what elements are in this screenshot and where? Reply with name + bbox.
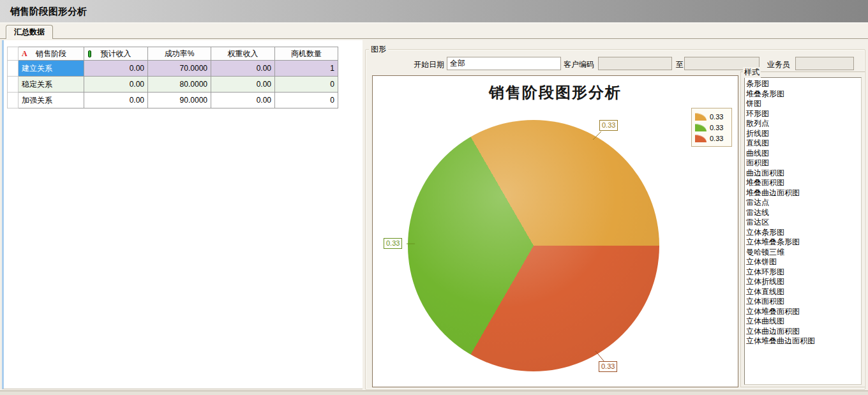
style-list-item[interactable]: 立体直线图 xyxy=(746,287,861,297)
style-list-item[interactable]: 直线图 xyxy=(746,138,861,149)
tab-summary-data[interactable]: 汇总数据 xyxy=(6,25,53,39)
legend-value: 0.33 xyxy=(710,113,723,121)
cell-stage[interactable]: 加强关系 xyxy=(19,93,84,108)
cell-expected-income[interactable]: 0.00 xyxy=(84,77,148,93)
slice-value-label: 0.33 xyxy=(599,361,617,372)
style-list-item[interactable]: 折线图 xyxy=(746,129,861,139)
pie-chart-area: 销售阶段图形分析 0.33 0.33 0.33 xyxy=(372,75,738,387)
row-indicator[interactable] xyxy=(8,93,19,108)
style-list-item[interactable]: 面积图 xyxy=(746,158,861,168)
to-label: 至 xyxy=(676,59,684,70)
sales-stage-table: A 销售阶段 预计收入 成功率% 权重收入 商机数量 xyxy=(7,47,338,108)
style-list-item[interactable]: 立体折线图 xyxy=(746,277,861,287)
style-list-item[interactable]: 散列点 xyxy=(746,119,861,129)
cell-success-rate[interactable]: 80.0000 xyxy=(148,77,211,93)
cell-stage[interactable]: 稳定关系 xyxy=(19,77,84,93)
column-header-success-rate[interactable]: 成功率% xyxy=(148,47,211,61)
window-title-bar: 销售阶段图形分析 xyxy=(0,0,868,24)
cell-expected-income[interactable]: 0.00 xyxy=(84,61,148,77)
table-row[interactable]: 稳定关系 0.00 80.0000 0.00 0 xyxy=(8,77,338,93)
style-list-item[interactable]: 立体堆叠条形图 xyxy=(746,237,861,248)
salesman-input[interactable] xyxy=(795,57,854,70)
page-title: 销售阶段图形分析 xyxy=(10,6,87,18)
legend-value: 0.33 xyxy=(710,135,723,142)
style-list-item[interactable]: 立体条形图 xyxy=(746,228,861,238)
start-date-input[interactable] xyxy=(447,57,561,70)
column-header-label: 销售阶段 xyxy=(36,49,66,58)
cell-stage[interactable]: 建立关系 xyxy=(19,61,84,77)
legend-item: 0.33 xyxy=(695,133,728,144)
start-date-label: 开始日期 xyxy=(414,59,444,70)
status-bar xyxy=(0,391,868,395)
row-indicator-header xyxy=(8,47,19,61)
legend-swatch-icon xyxy=(695,124,707,131)
column-header-weighted-income[interactable]: 权重收入 xyxy=(211,47,275,61)
style-list-item[interactable]: 堆叠曲边面积图 xyxy=(746,188,861,198)
style-list-item[interactable]: 立体环形图 xyxy=(746,267,861,278)
chart-legend: 0.33 0.33 0.33 xyxy=(691,108,732,147)
style-list-item[interactable]: 曲边面积图 xyxy=(746,168,861,179)
cell-weighted-income[interactable]: 0.00 xyxy=(211,77,275,93)
column-header-stage[interactable]: A 销售阶段 xyxy=(19,47,84,61)
row-indicator[interactable] xyxy=(8,77,19,93)
style-list-item[interactable]: 立体曲线图 xyxy=(746,317,861,327)
column-header-opportunity-count[interactable]: 商机数量 xyxy=(275,47,338,61)
salesman-label: 业务员 xyxy=(767,59,790,70)
style-list-item[interactable]: 堆叠面积图 xyxy=(746,178,861,188)
cell-weighted-income[interactable]: 0.00 xyxy=(211,93,275,108)
legend-value: 0.33 xyxy=(710,124,723,131)
column-header-label: 商机数量 xyxy=(291,49,322,58)
cell-success-rate[interactable]: 70.0000 xyxy=(148,61,211,77)
style-list-item[interactable]: 雷达区 xyxy=(746,218,861,228)
customer-code-from-input[interactable] xyxy=(598,57,672,70)
style-list-item[interactable]: 雷达线 xyxy=(746,208,861,218)
cell-opportunity-count[interactable]: 1 xyxy=(275,61,338,77)
cell-expected-income[interactable]: 0.00 xyxy=(84,93,148,108)
table-row[interactable]: 加强关系 0.00 90.0000 0.00 0 xyxy=(8,93,338,108)
style-list-item[interactable]: 立体饼图 xyxy=(746,257,861,267)
style-list-item[interactable]: 立体曲边面积图 xyxy=(746,327,861,337)
style-list-item[interactable]: 环形图 xyxy=(746,109,861,119)
style-list-item[interactable]: 条形图 xyxy=(746,79,861,89)
style-list-item[interactable]: 立体堆叠面积图 xyxy=(746,307,861,317)
tab-strip: 汇总数据 xyxy=(0,25,868,39)
chart-style-list[interactable]: 条形图堆叠条形图饼图环形图散列点折线图直线图曲线图面积图曲边面积图堆叠面积图堆叠… xyxy=(744,77,862,385)
legend-swatch-icon xyxy=(695,113,707,121)
slice-value-label: 0.33 xyxy=(384,238,402,249)
pie-chart[interactable] xyxy=(408,120,659,371)
column-header-label: 预计收入 xyxy=(101,49,131,58)
graph-group-label: 图形 xyxy=(369,44,388,55)
style-list-item[interactable]: 饼图 xyxy=(746,99,861,109)
table-header-row: A 销售阶段 预计收入 成功率% 权重收入 商机数量 xyxy=(8,47,338,61)
cell-opportunity-count[interactable]: 0 xyxy=(275,77,338,93)
chart-title: 销售阶段图形分析 xyxy=(373,82,738,103)
row-indicator[interactable] xyxy=(8,61,19,77)
style-group-label: 样式 xyxy=(743,67,761,78)
style-list-item[interactable]: 堆叠条形图 xyxy=(746,89,861,100)
cell-success-rate[interactable]: 90.0000 xyxy=(148,93,211,108)
number-field-icon xyxy=(88,50,91,57)
column-header-expected-income[interactable]: 预计收入 xyxy=(84,47,148,61)
summary-grid-panel: A 销售阶段 预计收入 成功率% 权重收入 商机数量 xyxy=(2,40,363,389)
style-list-item[interactable]: 曼哈顿三维 xyxy=(746,248,861,258)
customer-code-label: 客户编码 xyxy=(564,59,594,70)
column-header-label: 权重收入 xyxy=(228,49,258,58)
content-panel: A 销售阶段 预计收入 成功率% 权重收入 商机数量 xyxy=(0,39,868,391)
style-list-item[interactable]: 立体堆叠曲边面积图 xyxy=(746,336,861,347)
graph-panel: 图形 开始日期 客户编码 至 业务员 销售阶段图形分析 0.33 xyxy=(365,39,866,391)
style-list-item[interactable]: 立体面积图 xyxy=(746,297,861,307)
table-row[interactable]: 建立关系 0.00 70.0000 0.00 1 xyxy=(8,61,338,77)
legend-item: 0.33 xyxy=(695,111,728,122)
legend-item: 0.33 xyxy=(695,122,728,133)
filter-row: 开始日期 客户编码 至 业务员 xyxy=(365,57,865,71)
slice-value-label: 0.33 xyxy=(599,120,618,131)
style-list-item[interactable]: 曲线图 xyxy=(746,149,861,159)
style-list-item[interactable]: 雷达点 xyxy=(746,198,861,208)
legend-swatch-icon xyxy=(695,135,707,142)
cell-weighted-income[interactable]: 0.00 xyxy=(211,61,275,77)
cell-opportunity-count[interactable]: 0 xyxy=(275,93,338,108)
column-header-label: 成功率% xyxy=(165,49,195,58)
text-field-icon: A xyxy=(22,49,27,59)
